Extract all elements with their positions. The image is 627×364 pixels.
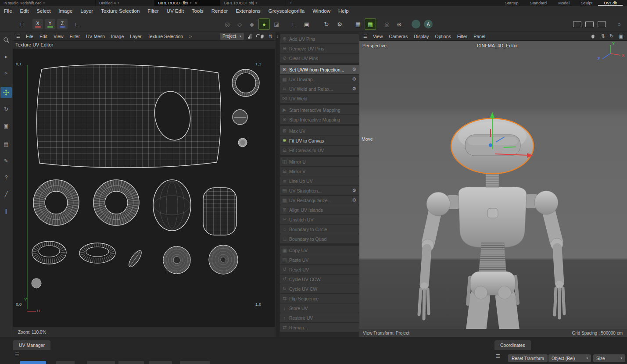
command-boundary-to-circle[interactable]: ○ Boundary to Circle — [280, 225, 359, 234]
layout-standard[interactable]: Standard — [524, 0, 553, 6]
menu-overflow-icon[interactable]: > — [186, 34, 195, 39]
command-add-uv-pins[interactable]: ⊕ Add UV Pins — [280, 34, 359, 43]
menu-uv-edit[interactable]: UV Edit — [163, 8, 188, 14]
cutoff-button[interactable] — [118, 361, 144, 364]
command-paste-uv[interactable]: ▤ Paste UV — [280, 255, 359, 264]
command-uv-unwrap[interactable]: ▦ UV Unwrap... ⚙ — [280, 75, 359, 84]
uv-menu-texture-selection[interactable]: Texture Selection — [145, 34, 186, 39]
command-remap[interactable]: ⇄ Remap... — [280, 323, 359, 332]
rotate-view-icon[interactable]: ↻ — [609, 33, 613, 39]
cutoff-active-button[interactable] — [20, 361, 46, 364]
annotation-icon[interactable]: A — [423, 18, 434, 30]
layout-sculpt[interactable]: Sculpt — [575, 0, 598, 6]
command-align-uv-islands[interactable]: ⊞ Align UV Islands — [280, 205, 359, 214]
object-mode-dropdown[interactable]: Object (Rel) ▾ — [548, 354, 591, 362]
viewport-menu-options[interactable]: Options — [432, 34, 454, 39]
viewport-menu-cameras[interactable]: Cameras — [386, 34, 411, 39]
document-tab[interactable]: Untitled 4 ▾ — [96, 0, 154, 6]
hamburger-icon[interactable]: ☰ — [15, 352, 19, 357]
brush-tool-icon[interactable]: ✎ — [0, 155, 12, 167]
menu-greyscalegorilla[interactable]: Greyscalegorilla — [265, 8, 308, 14]
dolly-icon[interactable]: ⇅ — [601, 33, 605, 39]
command-remove-uv-pins[interactable]: ⊖ Remove UV Pins — [280, 44, 359, 53]
enable-axis-icon[interactable]: ∟ — [289, 18, 300, 30]
uv-polygons-mode-icon[interactable]: ● — [258, 18, 270, 30]
grid-icon[interactable]: ▦ — [352, 18, 364, 30]
command-options-gear-icon[interactable]: ⚙ — [352, 76, 359, 82]
command-fit-uv-to-canvas[interactable]: ⊞ Fit UV to Canvas — [280, 136, 359, 145]
command-options-gear-icon[interactable]: ⚙ — [352, 197, 359, 203]
hamburger-icon[interactable]: ☰ — [12, 34, 23, 39]
command-mirror-v[interactable]: ⊟ Mirror V — [280, 167, 359, 176]
command-clear-uv-pins[interactable]: ⊘ Clear UV Pins — [280, 54, 359, 63]
scroll-updown-icon[interactable]: ⇅ — [269, 34, 276, 39]
uv-menu-filter[interactable]: Filter — [67, 34, 83, 39]
shaded-mode-icon[interactable] — [410, 18, 422, 30]
viewport-menu-filter[interactable]: Filter — [454, 34, 470, 39]
tab-coordinates[interactable]: Coordinates — [494, 340, 531, 350]
document-tab[interactable]: GIRL ROBOT.obj ▾ — [220, 0, 286, 6]
layout-uvedit[interactable]: UVEdit — [598, 0, 623, 6]
menu-texture-selection[interactable]: Texture Selection — [97, 8, 143, 14]
knife-tool-icon[interactable]: ╱ — [0, 189, 12, 200]
document-tab-active[interactable]: GIRL ROBOT.fbx ▾ × — [154, 0, 220, 6]
render-view-icon[interactable] — [571, 18, 583, 30]
uv-menu-file[interactable]: File — [23, 34, 36, 39]
viewport-menu-view[interactable]: View — [370, 34, 386, 39]
render-settings-icon[interactable] — [596, 18, 607, 30]
layout-startup[interactable]: Startup — [499, 0, 524, 6]
command-copy-uv[interactable]: ▣ Copy UV — [280, 246, 359, 255]
uv-canvas[interactable]: 0,1 1,1 0,0 1,0 V U — [13, 49, 275, 327]
live-selection-tool-icon[interactable]: ▸ — [0, 51, 12, 62]
hand-icon[interactable] — [260, 33, 265, 39]
reset-psr-icon[interactable]: ↻ — [321, 18, 332, 30]
menu-render[interactable]: Render — [208, 8, 232, 14]
command-uv-straighten[interactable]: ▤ UV Straighten... ⚙ — [280, 186, 359, 195]
cutoff-button[interactable] — [56, 361, 75, 364]
uv-points-mode-icon[interactable]: ◪ — [271, 18, 282, 30]
snap-settings-icon[interactable]: ⊛ — [394, 18, 405, 30]
zoom-tool-icon[interactable] — [0, 34, 12, 46]
menu-window[interactable]: Window — [308, 8, 334, 14]
new-document-tab-button[interactable]: + — [286, 0, 296, 6]
command-boundary-to-quad[interactable]: □ Boundary to Quad — [280, 234, 359, 243]
workplane-box-icon[interactable]: ▣ — [301, 18, 312, 30]
menu-layer[interactable]: Layer — [76, 8, 97, 14]
interactive-render-region-icon[interactable]: ○ — [613, 18, 625, 30]
points-mode-icon[interactable]: ◎ — [222, 18, 233, 30]
camera-projection-label[interactable]: Perspective — [362, 43, 387, 48]
menu-image[interactable]: Image — [54, 8, 76, 14]
command-options-gear-icon[interactable]: ⚙ — [352, 67, 359, 72]
pan-hand-icon[interactable] — [591, 33, 596, 39]
uv-menu-edit[interactable]: Edit — [36, 34, 50, 39]
parallel-tool-icon[interactable]: ∥ — [0, 205, 12, 217]
tab-uv-manager[interactable]: UV Manager — [13, 340, 50, 350]
editor-camera-label[interactable]: CINEMA_4D_Editor — [477, 43, 518, 48]
move-tool-button[interactable] — [0, 87, 12, 98]
command-options-gear-icon[interactable]: ⚙ — [352, 86, 359, 92]
menu-file[interactable]: File — [0, 8, 16, 14]
command-stop-interactive-mapping[interactable]: ⊘ Stop Interactive Mapping — [280, 115, 359, 124]
close-icon[interactable]: × — [195, 1, 197, 5]
reset-transform-button[interactable]: Reset Transform — [508, 354, 548, 362]
command-uv-rectangularize[interactable]: ▦ UV Rectangularize... ⚙ — [280, 196, 359, 205]
axis-x-lock-button[interactable]: X — [32, 19, 43, 29]
region-tool-icon[interactable]: ▤ — [0, 139, 12, 150]
command-cycle-uv-ccw[interactable]: ↺ Cycle UV CCW — [280, 275, 359, 284]
snapping-rings-icon[interactable]: ◎ — [381, 18, 393, 30]
command-uv-weld-and-relax[interactable]: ≋ UV Weld and Relax... ⚙ — [280, 84, 359, 93]
coordinate-system-icon[interactable]: ∟ — [71, 18, 82, 30]
command-max-uv[interactable]: ⊠ Max UV — [280, 126, 359, 136]
menu-extensions[interactable]: Extensions — [232, 8, 264, 14]
command-fit-canvas-to-uv[interactable]: ⊟ Fit Canvas to UV — [280, 146, 359, 155]
command-uv-weld[interactable]: ⋈ UV Weld — [280, 94, 359, 103]
hamburger-icon[interactable]: ☰ — [496, 353, 500, 359]
uv-menu-image[interactable]: Image — [108, 34, 127, 39]
command-unstitch-uv[interactable]: ✂ Unstitch UV — [280, 215, 359, 224]
command-start-interactive-mapping[interactable]: ▶ Start Interactive Mapping — [280, 105, 359, 114]
layout-model[interactable]: Model — [552, 0, 575, 6]
viewport-menu-display[interactable]: Display — [411, 34, 432, 39]
cutoff-button[interactable] — [180, 361, 210, 364]
menu-tools[interactable]: Tools — [188, 8, 208, 14]
cutoff-button[interactable] — [87, 361, 115, 364]
